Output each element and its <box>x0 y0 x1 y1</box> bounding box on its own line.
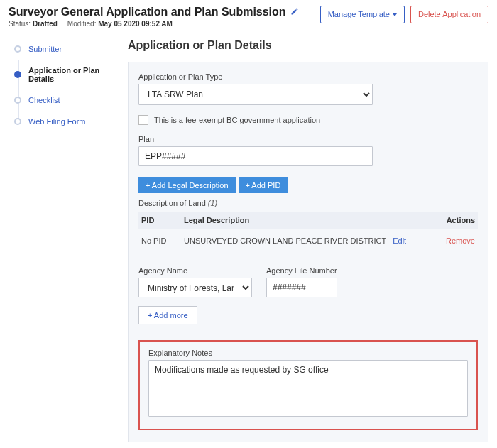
land-description-table: PID Legal Description Actions No PID UNS… <box>138 212 478 252</box>
agency-name-label: Agency Name <box>138 266 252 275</box>
application-type-select[interactable]: LTA SRW Plan <box>138 84 373 105</box>
notes-label: Explanatory Notes <box>148 349 468 357</box>
cell-pid: No PID <box>138 229 181 253</box>
agency-file-input[interactable] <box>266 278 337 297</box>
col-actions: Actions <box>435 212 478 229</box>
sidebar-item-checklist[interactable]: Checklist <box>14 96 121 104</box>
edit-link[interactable]: Edit <box>393 236 406 245</box>
sidebar-item-submitter[interactable]: Submitter <box>14 45 121 53</box>
step-dot-icon <box>14 118 21 125</box>
delete-application-button[interactable]: Delete Application <box>410 6 488 23</box>
step-dot-icon <box>14 45 21 53</box>
step-dot-icon <box>14 71 21 78</box>
sidebar-item-label: Web Filing Form <box>28 117 85 126</box>
plan-input[interactable] <box>138 146 373 166</box>
add-more-button[interactable]: + Add more <box>138 306 197 324</box>
fee-exempt-label: This is a fee-exempt BC government appli… <box>154 116 320 124</box>
table-row: No PID UNSURVEYED CROWN LAND PEACE RIVER… <box>138 229 478 253</box>
plan-label: Plan <box>138 135 478 143</box>
sidebar-item-label: Submitter <box>28 45 62 53</box>
fee-exempt-checkbox[interactable] <box>138 115 148 125</box>
sidebar-item-label: Application or Plan Details <box>28 66 121 83</box>
col-pid: PID <box>138 212 181 229</box>
col-legal: Legal Description <box>181 212 435 229</box>
sidebar-item-label: Checklist <box>28 96 60 104</box>
page-title: Surveyor General Application and Plan Su… <box>9 6 286 18</box>
add-pid-button[interactable]: + Add PID <box>239 177 288 193</box>
pencil-edit-icon[interactable] <box>290 7 299 18</box>
step-dot-icon <box>14 97 21 104</box>
agency-file-label: Agency File Number <box>266 266 337 275</box>
explanatory-notes-highlight: Explanatory Notes <box>138 340 478 430</box>
type-label: Application or Plan Type <box>138 72 478 81</box>
remove-link[interactable]: Remove <box>446 236 475 245</box>
explanatory-notes-textarea[interactable] <box>148 360 468 417</box>
description-of-land-caption: Description of Land (1) <box>138 199 478 207</box>
cell-legal: UNSURVEYED CROWN LAND PEACE RIVER DISTRI… <box>181 229 435 253</box>
chevron-down-icon <box>393 13 397 16</box>
manage-template-button[interactable]: Manage Template <box>320 6 405 23</box>
sidebar-item-details[interactable]: Application or Plan Details <box>14 66 121 83</box>
agency-name-select[interactable]: Ministry of Forests, Lands, Natural Reso… <box>138 278 252 297</box>
sidebar-item-web-filing[interactable]: Web Filing Form <box>14 117 121 126</box>
section-heading: Application or Plan Details <box>128 39 488 52</box>
add-legal-description-button[interactable]: + Add Legal Description <box>138 177 236 193</box>
status-row: Status: Drafted Modified: May 05 2020 09… <box>9 20 299 28</box>
